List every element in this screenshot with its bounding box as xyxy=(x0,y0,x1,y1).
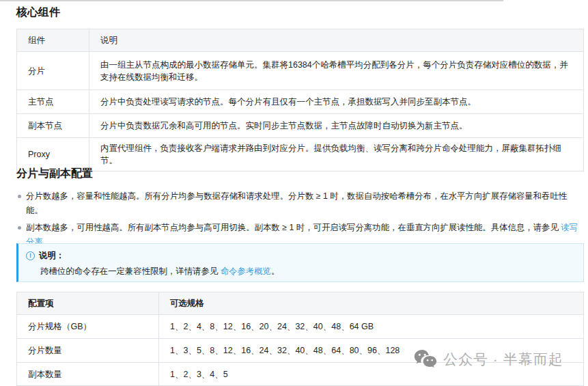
note-text: 跨槽位的命令存在一定兼容性限制，详情请参见 xyxy=(40,266,221,276)
wechat-icon xyxy=(414,349,437,370)
table-row: 主节点 分片中负责处理读写请求的节点。每个分片有且仅有一个主节点，承担数据写入并… xyxy=(17,90,584,114)
spec-options-table: 配置项 可选规格 分片规格（GB） 1、2、4、8、12、16、20、24、32… xyxy=(16,292,584,386)
config-item: 分片数量 xyxy=(17,339,159,363)
doc-page: 核心组件 组件 说明 分片 由一组主从节点构成的最小数据存储单元。集群将1638… xyxy=(0,0,588,386)
component-desc: 内置代理组件，负责接收客户端请求并路由到对应分片。提供负载均衡、读写分离和跨分片… xyxy=(89,138,584,171)
watermark: 公众号 · 半幕而起 xyxy=(414,349,563,370)
component-desc: 由一组主从节点构成的最小数据存储单元。集群将16384个哈希槽平均分配到各分片，… xyxy=(89,52,584,90)
table-row: Proxy 内置代理组件，负责接收客户端请求并路由到对应分片。提供负载均衡、读写… xyxy=(17,138,584,171)
bullet-text: 副本数越多，可用性越高。所有副本节点均参与高可用切换。副本数 ≥ 1 时，可开启… xyxy=(26,223,561,232)
note-title: ! 说明： xyxy=(26,249,572,262)
table-header-row: 配置项 可选规格 xyxy=(17,292,584,315)
table-row: 副本节点 分片中负责数据冗余和高可用的节点。实时同步主节点数据，主节点故障时自动… xyxy=(17,114,584,138)
column-header-description: 说明 xyxy=(89,29,584,52)
column-header-component: 组件 xyxy=(17,29,89,52)
component-desc: 分片中负责处理读写请求的节点。每个分片有且仅有一个主节点，承担数据写入并同步至副… xyxy=(89,90,584,114)
config-value: 1、2、4、8、12、16、20、24、32、40、48、64 GB xyxy=(159,315,584,339)
component-name: 主节点 xyxy=(17,90,89,114)
list-item: 分片数越多，容量和性能越高。所有分片均参与数据存储和请求处理。分片数 ≥ 1 时… xyxy=(16,189,584,218)
table-row: 分片 由一组主从节点构成的最小数据存储单元。集群将16384个哈希槽平均分配到各… xyxy=(17,52,584,90)
note-box: ! 说明： 跨槽位的命令存在一定兼容性限制，详情请参见 命令参考概览。 xyxy=(16,243,584,282)
config-item: 分片规格（GB） xyxy=(17,315,159,339)
config-item: 副本数量 xyxy=(17,363,159,386)
bullet-text: 分片数越多，容量和性能越高。所有分片均参与数据存储和请求处理。分片数 ≥ 1 时… xyxy=(26,191,567,215)
section-title-core-components: 核心组件 xyxy=(16,5,60,20)
note-body: 跨槽位的命令存在一定兼容性限制，详情请参见 命令参考概览。 xyxy=(40,265,572,277)
column-header-config-item: 配置项 xyxy=(17,292,159,315)
note-suffix: 。 xyxy=(271,266,279,276)
table-header-row: 组件 说明 xyxy=(17,29,584,52)
core-components-table: 组件 说明 分片 由一组主从节点构成的最小数据存储单元。集群将16384个哈希槽… xyxy=(16,29,584,171)
watermark-text: 公众号 · 半幕而起 xyxy=(443,350,563,369)
column-header-available-specs: 可选规格 xyxy=(159,292,584,315)
component-desc: 分片中负责数据冗余和高可用的节点。实时同步主节点数据，主节点故障时自动切换为新主… xyxy=(89,114,584,138)
note-label: 说明： xyxy=(39,250,64,262)
component-name: 副本节点 xyxy=(17,114,89,138)
top-divider xyxy=(0,0,503,1)
command-reference-link[interactable]: 命令参考概览 xyxy=(221,266,271,276)
info-icon: ! xyxy=(26,251,35,260)
table-row: 分片规格（GB） 1、2、4、8、12、16、20、24、32、40、48、64… xyxy=(17,315,584,339)
component-name: 分片 xyxy=(17,52,89,90)
section-title-shard-replica-config: 分片与副本配置 xyxy=(16,167,93,181)
